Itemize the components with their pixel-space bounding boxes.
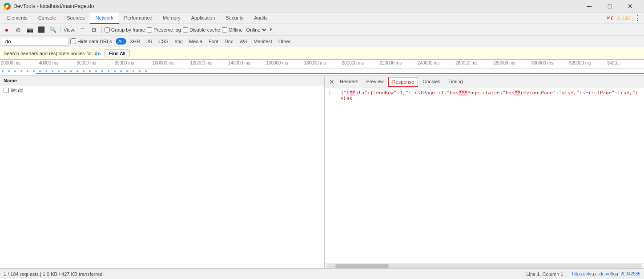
filter-button[interactable]: ⬛: [36, 25, 46, 35]
disable-cache-label[interactable]: Disable cache: [183, 27, 220, 32]
disable-cache-checkbox[interactable]: [183, 27, 188, 32]
timeline-dot: [58, 70, 60, 72]
hide-data-urls-checkbox[interactable]: [70, 38, 76, 44]
find-all-button[interactable]: Find All: [104, 49, 130, 57]
timeline-dot: [14, 70, 16, 72]
scrollbar-thumb[interactable]: [335, 264, 389, 268]
ruler-mark-8: 160000 ms: [265, 61, 303, 65]
status-right-group: Line 1, Column 1 https://blog.csdn.net/q…: [526, 271, 640, 277]
timeline-dot: [2, 70, 4, 72]
panel-tab-response[interactable]: Response: [388, 77, 419, 87]
hide-data-urls-label[interactable]: Hide data URLs: [70, 38, 112, 44]
tab-sources[interactable]: Sources: [61, 12, 90, 24]
ruler-mark-17: 3400...: [606, 61, 644, 65]
timeline-ruler: 20000 ms 40000 ms 60000 ms 80000 ms 1000…: [0, 60, 644, 69]
online-select[interactable]: Online: [245, 27, 268, 33]
search-highlight: .do: [93, 51, 101, 56]
offline-label[interactable]: Offline: [222, 27, 243, 32]
group-by-frame-label[interactable]: Group by frame: [105, 27, 145, 32]
maximize-button[interactable]: □: [600, 0, 620, 12]
throttle-dropdown-button[interactable]: ▾: [270, 27, 272, 32]
preserve-log-checkbox[interactable]: [147, 27, 152, 32]
timeline-dot: [89, 70, 91, 72]
tab-performance[interactable]: Performance: [119, 12, 157, 24]
timeline-dot: [108, 70, 109, 72]
timeline-dot: [120, 70, 122, 72]
timeline-dot: [83, 70, 85, 72]
filter-tag-all[interactable]: All: [116, 38, 126, 44]
tab-security[interactable]: Security: [220, 12, 249, 24]
offline-checkbox[interactable]: [222, 27, 227, 32]
panel-tab-preview[interactable]: Preview: [363, 76, 387, 88]
preserve-log-text: Preserve log: [153, 27, 181, 32]
filter-tag-doc[interactable]: Doc: [222, 38, 236, 44]
filter-tag-ws[interactable]: WS: [237, 38, 250, 44]
close-button[interactable]: ✕: [620, 0, 640, 12]
request-list[interactable]: list.do: [0, 85, 324, 268]
record-button[interactable]: ●: [2, 25, 12, 35]
timeline-dot: [95, 70, 97, 72]
status-url: https://blog.csdn.net/qq_20042935: [572, 271, 640, 277]
hide-data-urls-text: Hide data URLs: [77, 39, 112, 44]
table-row[interactable]: list.do: [0, 85, 324, 95]
search-prefix: Search headers and response bodies for: [4, 51, 93, 56]
stop-button[interactable]: ⊘: [13, 25, 23, 35]
line-content: {"bᴰᴰata":{"endRow":1,"firstPage":1,"has…: [341, 90, 640, 101]
title-bar-left: DevTools - localhost/mainPage.do: [4, 3, 94, 10]
filter-tag-manifest[interactable]: Manifest: [251, 38, 275, 44]
screenshot-view-button[interactable]: ⊟: [89, 25, 99, 35]
search-button[interactable]: 🔍: [48, 25, 58, 35]
title-bar: DevTools - localhost/mainPage.do ─ □ ✕: [0, 0, 644, 12]
group-by-frame-text: Group by frame: [111, 27, 145, 32]
panel-tab-headers[interactable]: Headers: [336, 76, 362, 88]
tabs-row-right: ✕ 6 ⚠ 132 ⋮: [606, 13, 642, 23]
ruler-mark-12: 240000 ms: [417, 61, 455, 65]
warn-badge: ⚠ 132: [616, 15, 630, 21]
timeline-dot: [145, 70, 147, 72]
toolbar-divider-1: [60, 26, 61, 33]
tab-network[interactable]: Network: [90, 12, 119, 24]
tab-memory[interactable]: Memory: [157, 12, 186, 24]
filter-tag-font[interactable]: Font: [206, 38, 221, 44]
row-checkbox[interactable]: [4, 88, 9, 93]
filter-tag-media[interactable]: Media: [186, 38, 205, 44]
timeline-dots: [0, 69, 644, 76]
response-line: 1 {"bᴰᴰata":{"endRow":1,"firstPage":1,"h…: [328, 90, 640, 101]
filter-tag-img[interactable]: Img: [172, 38, 185, 44]
request-name: list.do: [11, 88, 24, 93]
timeline-dot: [139, 70, 141, 72]
tab-audits[interactable]: Audits: [249, 12, 273, 24]
tab-elements[interactable]: Elements: [2, 12, 33, 24]
minimize-button[interactable]: ─: [579, 0, 600, 12]
filter-tag-xhr[interactable]: XHR: [127, 38, 143, 44]
group-by-frame-checkbox[interactable]: [105, 27, 110, 32]
line-number: 1: [328, 90, 337, 101]
filter-tag-css[interactable]: CSS: [156, 38, 171, 44]
timeline-dot: [20, 70, 22, 72]
close-panel-button[interactable]: ✕: [328, 78, 335, 85]
devtools-menu-button[interactable]: ⋮: [632, 13, 642, 23]
timeline-dot: [114, 70, 116, 72]
horizontal-scrollbar[interactable]: [325, 263, 644, 268]
disable-cache-text: Disable cache: [189, 27, 220, 32]
ruler-mark-4: 80000 ms: [114, 61, 152, 65]
warn-icon: ⚠: [616, 15, 621, 21]
ruler-mark-9: 180000 ms: [303, 61, 341, 65]
panel-tab-timing[interactable]: Timing: [445, 76, 467, 88]
filter-input[interactable]: [4, 39, 66, 44]
panel-tab-cookies[interactable]: Cookies: [419, 76, 444, 88]
toolbar: ● ⊘ 📷 ⬛ 🔍 View: ≡ ⊟ Group by frame Prese…: [0, 24, 644, 36]
preserve-log-label[interactable]: Preserve log: [147, 27, 181, 32]
scrollbar-track[interactable]: [326, 264, 642, 268]
list-view-button[interactable]: ≡: [77, 25, 87, 35]
panel-header: ✕ Headers Preview Response Cookies Timin…: [325, 76, 644, 88]
tab-console[interactable]: Console: [33, 12, 61, 24]
ruler-mark-6: 120000 ms: [189, 61, 227, 65]
response-content: 1 {"bᴰᴰata":{"endRow":1,"firstPage":1,"h…: [325, 88, 644, 263]
error-icon: ✕: [606, 15, 610, 21]
main-content: Name list.do ✕ Headers Preview Response …: [0, 76, 644, 268]
filter-tag-other[interactable]: Other: [276, 38, 294, 44]
camera-button[interactable]: 📷: [25, 25, 35, 35]
filter-tag-js[interactable]: JS: [144, 38, 155, 44]
tab-application[interactable]: Application: [186, 12, 221, 24]
